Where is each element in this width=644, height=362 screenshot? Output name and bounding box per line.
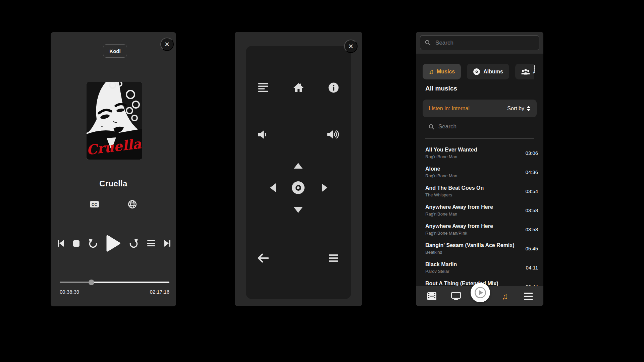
song-row[interactable]: Black Marlin Parov Stelar 04:11 [416, 260, 543, 280]
song-list: All You Ever Wanted Rag'n'Bone Man 03:06… [416, 146, 543, 299]
dpad-select-button[interactable] [290, 180, 306, 196]
back-arrow-icon [258, 253, 269, 263]
queue-button[interactable] [255, 79, 271, 96]
volume-up-button[interactable] [325, 126, 341, 142]
nav-music-button[interactable]: ♫ [495, 286, 514, 306]
select-icon [292, 181, 305, 194]
stop-button[interactable] [73, 240, 79, 247]
song-title: Bout A Thing (Extended Mix) [425, 281, 517, 287]
song-title: Black Marlin [425, 261, 517, 267]
sort-by-selector[interactable]: Sort by [507, 106, 531, 112]
volume-up-icon [327, 129, 339, 139]
listen-sort-bar: Listen in: Internal Sort by [423, 100, 537, 117]
song-artist: Beatkind [425, 250, 442, 255]
seek-bar[interactable] [60, 282, 169, 283]
song-duration: 03:06 [525, 150, 538, 156]
fast-forward-icon [129, 239, 139, 248]
close-icon: ✕ [348, 43, 354, 50]
now-playing-fab[interactable] [471, 283, 490, 302]
song-duration: 03:58 [525, 227, 538, 232]
song-row[interactable]: Bangin' Sesam (Vanilla Ace Remix) Beatki… [416, 241, 543, 260]
volume-down-button[interactable] [255, 126, 271, 142]
device-chip-label: Kodi [109, 48, 120, 54]
play-circle-icon [474, 286, 487, 299]
rewind-button[interactable] [88, 239, 98, 248]
seek-bar-thumb[interactable] [89, 280, 94, 285]
skip-next-icon [163, 239, 171, 247]
song-duration: 03:54 [525, 188, 538, 194]
more-options-icon[interactable] [534, 65, 535, 73]
elapsed-time: 00:38:39 [60, 289, 79, 295]
song-duration: 03:58 [525, 207, 538, 213]
nav-tvshows-button[interactable] [446, 286, 465, 306]
sort-by-label: Sort by [507, 106, 524, 112]
nav-more-button[interactable] [519, 286, 538, 306]
song-title: Anywhere Away from Here [425, 204, 517, 210]
close-icon: ✕ [164, 41, 170, 48]
skip-previous-icon [57, 239, 65, 247]
global-search-box[interactable] [420, 35, 539, 50]
cruella-poster-art: Cruella [87, 82, 142, 160]
arrow-right-icon [322, 183, 327, 192]
song-title: And The Beat Goes On [425, 185, 517, 191]
song-title: Alone [425, 166, 517, 172]
monitor-icon [451, 292, 461, 300]
media-title: Cruella [51, 179, 176, 188]
play-icon [106, 235, 120, 252]
song-duration: 04:36 [525, 169, 538, 175]
song-artist: Rag'n'Bone Man [425, 212, 457, 217]
audio-language-button[interactable] [128, 200, 137, 209]
close-remote-button[interactable]: ✕ [344, 40, 358, 53]
play-button[interactable] [106, 235, 120, 252]
dpad-right-button[interactable] [316, 180, 332, 196]
list-search-input[interactable] [438, 123, 529, 130]
seek-bar-fill [60, 282, 92, 283]
song-row[interactable]: Anywhere Away from Here Rag'n'Bone Man 0… [416, 203, 543, 222]
fast-forward-button[interactable] [129, 239, 139, 248]
total-duration: 02:17:16 [150, 289, 169, 295]
remote-panel: ✕ [235, 32, 362, 306]
song-row[interactable]: Alone Rag'n'Bone Man 04:36 [416, 165, 543, 184]
song-duration: 05:45 [525, 246, 538, 251]
list-search-box[interactable] [429, 123, 529, 130]
film-icon [427, 292, 436, 300]
song-artist: Rag'n'Bone Man [425, 173, 457, 178]
nav-movies-button[interactable] [422, 286, 441, 306]
hamburger-menu-icon [524, 293, 533, 300]
divider [425, 138, 534, 139]
listen-in-selector[interactable]: Listen in: Internal [429, 106, 470, 112]
subtitles-button[interactable]: CC [90, 201, 99, 207]
dpad-up-button[interactable] [290, 158, 306, 174]
rewind-icon [88, 239, 98, 248]
movie-poster: Cruella [87, 82, 142, 160]
dpad-left-button[interactable] [265, 180, 281, 196]
search-icon [429, 124, 434, 130]
skip-next-button[interactable] [163, 239, 171, 247]
info-button[interactable] [325, 79, 341, 96]
home-button[interactable] [290, 79, 307, 96]
back-button[interactable] [255, 250, 271, 266]
dpad-down-button[interactable] [290, 202, 306, 218]
context-menu-button[interactable] [325, 250, 341, 266]
close-player-button[interactable]: ✕ [160, 38, 174, 51]
song-title: Anywhere Away from Here [425, 223, 517, 229]
time-row: 00:38:39 02:17:16 [60, 289, 169, 295]
device-chip[interactable]: Kodi [103, 44, 127, 58]
song-artist: Rag'n'Bone Man/P!nk [425, 231, 467, 236]
playlist-menu-button[interactable] [147, 240, 155, 247]
album-disc-icon [473, 68, 480, 75]
tab-albums[interactable]: Albums [467, 64, 509, 79]
sort-arrows-icon [527, 106, 531, 111]
queue-list-icon [258, 83, 268, 92]
song-row[interactable]: All You Ever Wanted Rag'n'Bone Man 03:06 [416, 146, 543, 165]
remote-pad [246, 46, 351, 299]
global-search-input[interactable] [435, 39, 534, 47]
song-duration: 04:11 [526, 265, 538, 270]
tab-musics[interactable]: ♫ Musics [423, 64, 461, 79]
skip-previous-button[interactable] [57, 239, 65, 247]
now-playing-panel: Kodi ✕ Cruella Cru [51, 32, 176, 306]
song-row[interactable]: Anywhere Away from Here Rag'n'Bone Man/P… [416, 222, 543, 241]
tab-artists[interactable]: Ar [515, 64, 534, 79]
transport-controls [57, 233, 171, 254]
song-row[interactable]: And The Beat Goes On The Whispers 03:54 [416, 184, 543, 203]
